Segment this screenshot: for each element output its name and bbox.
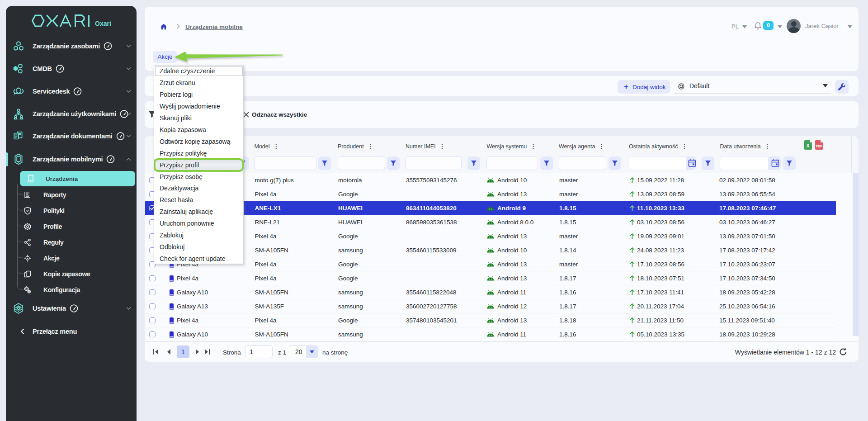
svg-text:X: X [807, 143, 810, 148]
svg-text:PDF: PDF [816, 145, 823, 148]
